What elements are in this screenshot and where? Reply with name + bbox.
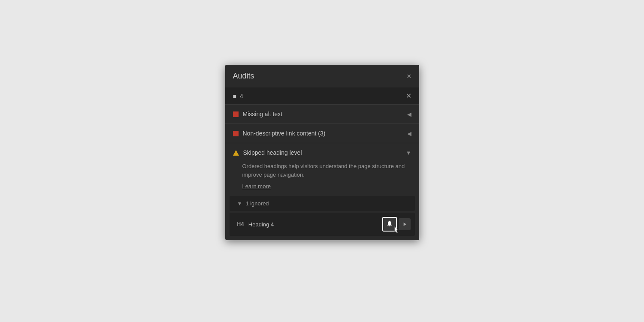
audit-row-skipped-heading[interactable]: Skipped heading level ▼ [225, 143, 419, 162]
error-icon-missing-alt [233, 111, 239, 117]
heading-actions [382, 217, 411, 232]
heading-row-left: H4 Heading 4 [237, 221, 274, 228]
audit-item-skipped-heading: Skipped heading level ▼ Ordered headings… [225, 143, 419, 236]
audit-item-non-descriptive: Non-descriptive link content (3) ◀ [225, 123, 419, 143]
audit-row-left: Missing alt text [233, 111, 283, 117]
chevron-down-icon: ▼ [406, 150, 411, 156]
error-icon-non-descriptive [233, 131, 239, 136]
heading-item-text: Heading 4 [248, 221, 274, 228]
heading-level-icon: H4 [237, 221, 244, 227]
count-icon: ■ [233, 93, 236, 99]
audit-expanded-skipped-heading: Ordered headings help visitors understan… [225, 162, 419, 196]
navigate-button[interactable] [399, 218, 411, 230]
audits-panel: Audits × ■ 4 ✕ Missing alt text ◀ Non-de… [225, 65, 419, 240]
count-value: 4 [240, 93, 243, 99]
audit-row-non-descriptive[interactable]: Non-descriptive link content (3) ◀ [225, 124, 419, 143]
audit-row-left-3: Skipped heading level [233, 149, 302, 156]
audit-label-non-descriptive: Non-descriptive link content (3) [243, 130, 326, 137]
count-row: ■ 4 ✕ [225, 87, 419, 104]
audit-description: Ordered headings help visitors understan… [242, 162, 411, 179]
chevron-right-icon: ◀ [407, 111, 411, 117]
audit-item-missing-alt: Missing alt text ◀ [225, 104, 419, 123]
count-left: ■ 4 [233, 93, 243, 99]
bell-icon [386, 220, 393, 229]
ignored-chevron-icon: ▼ [237, 201, 242, 207]
audit-row-left-2: Non-descriptive link content (3) [233, 130, 326, 137]
chevron-right-icon-2: ◀ [407, 130, 411, 137]
arrow-right-icon [402, 221, 408, 227]
clear-button[interactable]: ✕ [406, 92, 411, 100]
bell-notify-button[interactable] [382, 217, 397, 232]
learn-more-link[interactable]: Learn more [242, 183, 271, 190]
ignored-row[interactable]: ▼ 1 ignored [230, 196, 415, 211]
panel-header: Audits × [225, 65, 419, 87]
close-button[interactable]: × [407, 72, 411, 80]
heading-item-row: H4 Heading 4 [230, 213, 415, 236]
audit-label-missing-alt: Missing alt text [243, 111, 283, 117]
warning-icon-skipped-heading [233, 150, 239, 156]
ignored-label: 1 ignored [245, 200, 269, 207]
panel-title: Audits [233, 72, 254, 81]
audit-row-missing-alt[interactable]: Missing alt text ◀ [225, 105, 419, 123]
audit-label-skipped-heading: Skipped heading level [243, 149, 302, 156]
